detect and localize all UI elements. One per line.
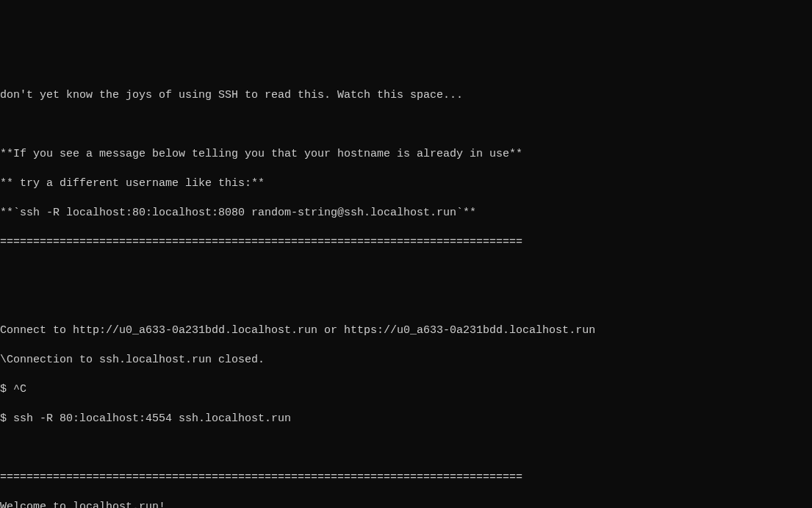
terminal-line: don't yet know the joys of using SSH to …	[0, 88, 812, 103]
terminal-line: ========================================…	[0, 471, 812, 485]
terminal-line: Connect to http://u0_a633-0a231bdd.local…	[0, 323, 812, 338]
terminal-line: $ ssh -R 80:localhost:4554 ssh.localhost…	[0, 412, 812, 426]
terminal-line: \Connection to ssh.localhost.run closed.	[0, 353, 812, 368]
terminal-output[interactable]: don't yet know the joys of using SSH to …	[0, 74, 812, 508]
terminal-line	[0, 294, 812, 309]
terminal-line: ========================================…	[0, 235, 812, 250]
terminal-line: $ ^C	[0, 382, 812, 397]
terminal-line	[0, 118, 812, 132]
terminal-line	[0, 441, 812, 456]
terminal-line: **`ssh -R localhost:80:localhost:8080 ra…	[0, 206, 812, 221]
terminal-line	[0, 265, 812, 279]
terminal-line: Welcome to localhost.run!	[0, 500, 812, 508]
terminal-line: **If you see a message below telling you…	[0, 147, 812, 162]
terminal-line: ** try a different username like this:**	[0, 176, 812, 191]
